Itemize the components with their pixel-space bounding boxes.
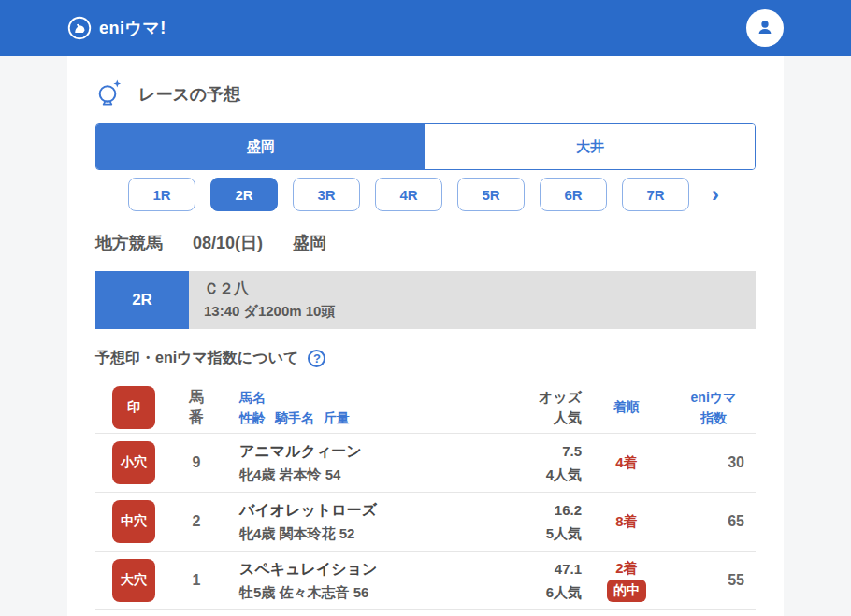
race-number-block: 2R [95, 271, 189, 329]
meta-venue: 盛岡 [293, 232, 326, 254]
meta-date: 08/10(日) [193, 232, 263, 254]
table-header-row: 印 馬 番 馬名 性齢 騎手名 斤量 オッズ 人気 着順 eniウマ 指数 [95, 381, 756, 434]
race-class: Ｃ２八 [204, 279, 335, 299]
section-head: レースの予想 [95, 80, 756, 108]
odds-cell: 16.2 5人気 [488, 498, 582, 545]
popularity: 5人気 [488, 522, 582, 545]
result-cell: 8着 [582, 513, 671, 530]
race-info: 13:40 ダ1200m 10頭 [204, 303, 335, 321]
hit-badge: 的中 [607, 580, 646, 602]
horse-name: バイオレットローズ [239, 501, 488, 521]
result-value: 4着 [582, 454, 671, 471]
venue-tabs: 盛岡 大井 [95, 123, 756, 170]
race-banner: 2R Ｃ２八 13:40 ダ1200m 10頭 [95, 271, 756, 329]
logo-text: eniウマ! [99, 17, 166, 39]
meta-category: 地方競馬 [95, 232, 163, 254]
horse-details: 牡5歳 佐々木志音 56 [239, 584, 488, 602]
legend-row: 予想印・eniウマ指数について ? [95, 346, 756, 370]
venue-tab-oi[interactable]: 大井 [426, 124, 755, 169]
horse-name-cell: バイオレットローズ 牝4歳 関本玲花 52 [221, 501, 488, 543]
header-horse-number: 馬 番 [172, 387, 221, 428]
horse-logo-icon [67, 16, 92, 40]
horse-number: 2 [172, 513, 221, 530]
account-button[interactable] [746, 9, 784, 47]
odds-value: 47.1 [488, 557, 582, 580]
table-row: 中穴 2 バイオレットローズ 牝4歳 関本玲花 52 16.2 5人気 8着 6… [95, 493, 756, 552]
logo[interactable]: eniウマ! [67, 16, 166, 40]
header-result: 着順 [582, 398, 671, 416]
odds-value: 7.5 [488, 439, 582, 463]
index-value: 30 [671, 454, 756, 471]
result-value: 2着 [582, 560, 671, 577]
race-tabs: 1R 2R 3R 4R 5R 6R 7R › [95, 178, 756, 211]
chevron-right-icon[interactable]: › [708, 183, 723, 206]
race-tab-7r[interactable]: 7R [622, 178, 689, 211]
help-icon[interactable]: ? [308, 350, 325, 367]
index-value: 65 [671, 513, 756, 530]
mark-badge: 大穴 [112, 559, 155, 602]
race-tab-2r[interactable]: 2R [210, 178, 278, 211]
mark-badge: 小穴 [112, 441, 155, 484]
race-banner-text: Ｃ２八 13:40 ダ1200m 10頭 [189, 271, 335, 329]
horse-number: 9 [172, 454, 221, 471]
header-index: eniウマ 指数 [671, 387, 756, 428]
person-icon [755, 17, 775, 40]
app-header: eniウマ! [0, 0, 851, 56]
header-mark: 印 [95, 386, 172, 429]
race-tab-3r[interactable]: 3R [293, 178, 360, 211]
race-tab-6r[interactable]: 6R [540, 178, 607, 211]
venue-tab-morioka[interactable]: 盛岡 [96, 124, 426, 169]
horse-number: 1 [172, 572, 221, 589]
header-odds: オッズ 人気 [488, 387, 582, 428]
horse-name-cell: スペキュレイション 牡5歳 佐々木志音 56 [221, 560, 488, 602]
popularity: 6人気 [488, 580, 582, 604]
odds-cell: 47.1 6人気 [488, 557, 582, 604]
horse-details: 牝4歳 関本玲花 52 [239, 525, 488, 543]
horse-details: 牝4歳 岩本怜 54 [239, 466, 488, 484]
race-meta: 地方競馬 08/10(日) 盛岡 [95, 230, 756, 256]
horse-name: アニマルクィーン [239, 442, 488, 462]
race-tab-1r[interactable]: 1R [128, 178, 195, 211]
index-value: 55 [671, 572, 756, 589]
result-cell: 2着 的中 [582, 560, 671, 602]
horse-name: スペキュレイション [239, 560, 488, 580]
content-card: レースの予想 盛岡 大井 1R 2R 3R 4R 5R 6R 7R › 地方競馬… [67, 56, 784, 616]
odds-value: 16.2 [488, 498, 582, 522]
mark-header-badge: 印 [112, 386, 155, 429]
race-tab-5r[interactable]: 5R [457, 178, 525, 211]
page-title: レースの予想 [138, 83, 240, 106]
popularity: 4人気 [488, 463, 582, 486]
header-horse-name: 馬名 性齢 騎手名 斤量 [221, 387, 488, 428]
mark-badge: 中穴 [112, 500, 155, 543]
odds-cell: 7.5 4人気 [488, 439, 582, 486]
crystal-ball-icon [95, 79, 123, 111]
table-row: 小穴 9 アニマルクィーン 牝4歳 岩本怜 54 7.5 4人気 4着 30 [95, 434, 756, 493]
legend-title: 予想印・eniウマ指数について [95, 349, 298, 368]
result-value: 8着 [582, 513, 671, 530]
horse-name-cell: アニマルクィーン 牝4歳 岩本怜 54 [221, 442, 488, 484]
result-cell: 4着 [582, 454, 671, 471]
prediction-table: 印 馬 番 馬名 性齢 騎手名 斤量 オッズ 人気 着順 eniウマ 指数 [95, 381, 756, 610]
table-row: 大穴 1 スペキュレイション 牡5歳 佐々木志音 56 47.1 6人気 2着 … [95, 552, 756, 610]
race-tab-4r[interactable]: 4R [375, 178, 442, 211]
